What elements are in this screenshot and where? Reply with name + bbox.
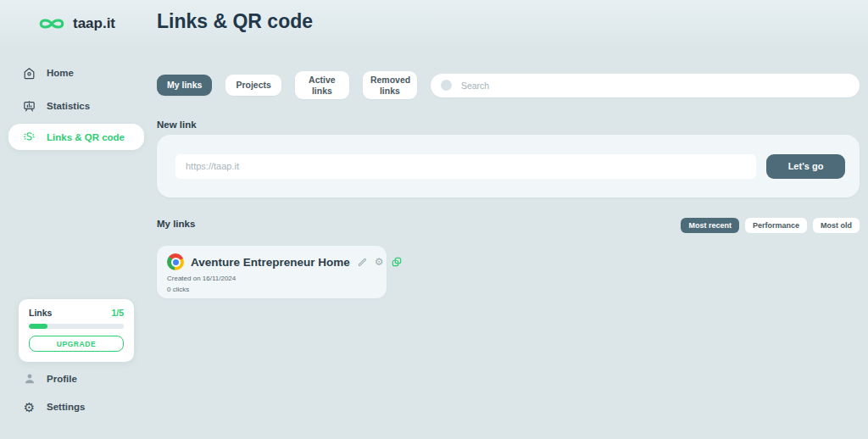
link-created-date: Created on 16/11/2024 bbox=[167, 274, 376, 284]
my-links-section-title: My links bbox=[157, 219, 195, 229]
copy-link-icon[interactable] bbox=[391, 256, 403, 268]
sidebar-item-home[interactable]: Home bbox=[8, 60, 144, 86]
sort-most-old[interactable]: Most old bbox=[813, 218, 860, 233]
sort-performance[interactable]: Performance bbox=[745, 218, 807, 233]
new-link-section-title: New link bbox=[157, 119, 197, 130]
sidebar-item-settings[interactable]: ⚙ Settings bbox=[8, 397, 144, 417]
search-icon bbox=[441, 80, 452, 91]
sidebar-item-profile[interactable]: Profile bbox=[8, 369, 144, 389]
sidebar-item-label: Home bbox=[47, 68, 74, 78]
usage-count: 1/5 bbox=[111, 308, 124, 318]
new-link-card: Let's go bbox=[157, 135, 860, 197]
lets-go-button[interactable]: Let's go bbox=[766, 154, 845, 179]
tab-projects[interactable]: Projects bbox=[225, 75, 281, 96]
link-title: Aventure Entrepreneur Home bbox=[191, 256, 350, 269]
infinity-logo-icon bbox=[37, 16, 66, 31]
search-input[interactable] bbox=[459, 80, 849, 92]
profile-icon bbox=[22, 372, 36, 386]
tab-my-links[interactable]: My links bbox=[157, 75, 212, 96]
tabs-row: My links Projects Active links Removed l… bbox=[157, 71, 860, 99]
sort-most-recent[interactable]: Most recent bbox=[681, 218, 739, 233]
tab-removed-links[interactable]: Removed links bbox=[363, 71, 417, 99]
logo[interactable]: taap.it bbox=[0, 15, 153, 32]
new-link-url-input[interactable] bbox=[175, 154, 756, 179]
sidebar-item-label: Links & QR code bbox=[47, 132, 125, 142]
tab-active-links[interactable]: Active links bbox=[295, 71, 349, 99]
logo-text: taap.it bbox=[73, 15, 115, 32]
usage-progress-track bbox=[29, 324, 124, 329]
links-usage-card: Links 1/5 UPGRADE bbox=[19, 299, 134, 362]
app-window: taap.it Home Statistics bbox=[0, 0, 868, 439]
home-icon bbox=[22, 66, 36, 81]
link-settings-gear-icon[interactable]: ⚙ bbox=[375, 257, 384, 267]
edit-pencil-icon[interactable] bbox=[357, 257, 368, 268]
links-qr-icon bbox=[22, 130, 36, 144]
chrome-favicon-icon bbox=[167, 253, 184, 270]
usage-label: Links bbox=[29, 308, 52, 318]
search-box bbox=[431, 74, 860, 97]
page-title: Links & QR code bbox=[157, 10, 313, 33]
gear-icon: ⚙ bbox=[22, 400, 36, 414]
sidebar-item-label: Statistics bbox=[47, 101, 90, 111]
sort-options-row: Most recent Performance Most old bbox=[681, 218, 860, 233]
sidebar-item-label: Settings bbox=[47, 402, 85, 412]
statistics-icon bbox=[22, 99, 36, 114]
usage-progress-fill bbox=[29, 324, 47, 329]
sidebar-item-links-qr-code[interactable]: Links & QR code bbox=[8, 124, 144, 150]
sidebar-item-label: Profile bbox=[47, 374, 77, 384]
sidebar: taap.it Home Statistics bbox=[0, 0, 153, 439]
sidebar-item-statistics[interactable]: Statistics bbox=[8, 93, 144, 119]
upgrade-button[interactable]: UPGRADE bbox=[29, 336, 124, 352]
link-card[interactable]: Aventure Entrepreneur Home ⚙ Created on … bbox=[157, 246, 387, 298]
link-clicks-count: 0 clicks bbox=[167, 285, 376, 295]
